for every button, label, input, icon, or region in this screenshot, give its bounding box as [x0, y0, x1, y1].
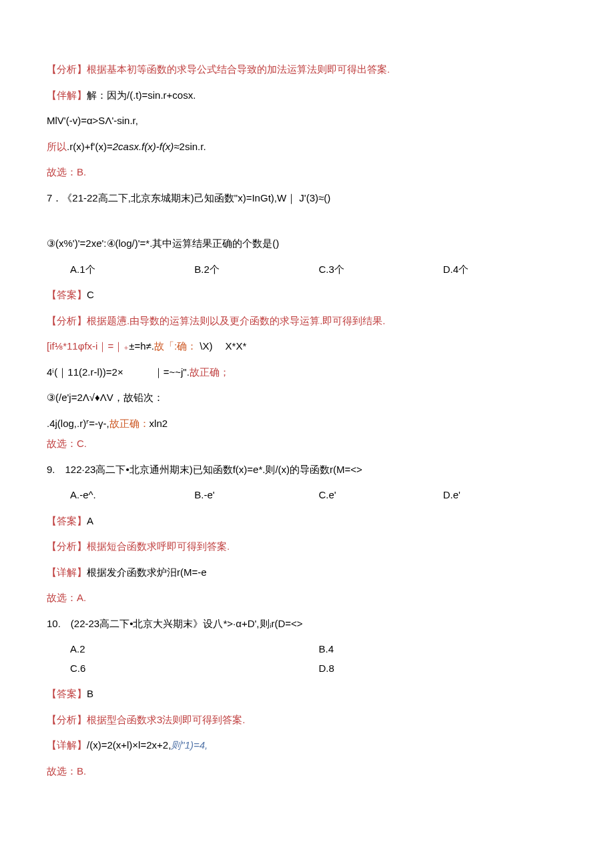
prefix: 所以	[47, 141, 67, 152]
black-part: 4ⁱ(｜11(2.r-l))=2× ｜=~~j".	[47, 366, 190, 378]
math-line-12: ③(/e'j=2Λ√♦ΛV，故铅次：	[47, 388, 567, 408]
math-line-13: .4j(log,.r)ʳ=-γ-,故正确：xln2	[47, 414, 567, 434]
math-line-7: ③(x%')'=2xe':④(log/)'=*.其中运算结果正确的个数是()	[47, 234, 567, 254]
suffix: ≈2sin.r.	[174, 141, 206, 152]
options-10: A.2 B.4 C.6 D.8	[47, 640, 567, 678]
math-line-3: MlV'(-v)=α>SΛ'-sin.r,	[47, 111, 567, 131]
analysis-label: 【分析】	[47, 63, 87, 75]
option-a: A.-e^.	[70, 486, 194, 505]
analysis-label: 【分析】	[47, 315, 87, 326]
options-8: A.1个 B.2个 C.3个 D.4个	[47, 260, 567, 280]
answer: B.	[77, 765, 86, 777]
analysis-label: 【分析】	[47, 540, 87, 552]
red-part: [if⅛*11φfx-i｜=｜₊	[47, 340, 129, 352]
analysis-8: 【分析】根据题懑.由导数的运算法则以及更介函数的求导运算.即可得到结果.	[47, 312, 567, 331]
answer-value: C	[87, 289, 94, 300]
answer-label: 【答案】	[47, 688, 87, 699]
math-line-4: 所以.r(x)+f'(x)=2casx.f(x)-f(x)≈2sin.r.	[47, 137, 567, 157]
question-10: 10. (22-23高二下•北京大兴期末》设八*>·α+D',则ᵢr(D=<>	[47, 614, 567, 634]
question-7: 7．《21-22高二下,北京东城期末)己知函数"x)=InGt),W｜ J'(3…	[47, 189, 567, 208]
solution-expr: /(.t)=sin.r+cosx.	[127, 89, 196, 101]
conclusion-10: 故选：B.	[47, 762, 567, 781]
detail-label: 【详解】	[47, 739, 87, 751]
text: .r(x)+f'(x)=	[67, 141, 113, 152]
option-c: C.e'	[319, 486, 443, 505]
option-a: A.1个	[70, 260, 194, 280]
rest: \X) X*X*	[197, 340, 246, 352]
answer: C.	[77, 438, 87, 449]
answer: A.	[77, 592, 86, 603]
answer-value: A	[87, 515, 93, 526]
question-9: 9. 122·23高二下•北京通州期末)已知函数f(x)=e*.则/(x)的导函…	[47, 460, 567, 480]
answer-10: 【答案】B	[47, 685, 567, 704]
option-a: A.2	[70, 640, 319, 659]
answer-label: 【答案】	[47, 515, 87, 526]
option-c: C.6	[70, 659, 319, 679]
orange-part: 故「:确：	[154, 340, 197, 352]
italic-expr: 2casx.f(x)-f(x)	[113, 141, 174, 152]
analysis-text: 根据型合函数求3法则即可得到答案.	[87, 714, 246, 725]
option-d: D.e'	[443, 486, 567, 505]
rest: xln2	[149, 418, 168, 429]
solution-label: 【伴解】	[47, 89, 87, 101]
analysis-text: 根据基本初等函数的求导公式结合导致的加法运算法则即可得出答案.	[87, 63, 390, 75]
detail-text: /(x)=2(x+l)×l=2x+2,	[87, 739, 171, 751]
answer-value: B	[87, 688, 93, 699]
option-d: D.8	[319, 659, 568, 679]
prefix: 故选：	[47, 166, 77, 177]
analysis-text: 根据题懑.由导数的运算法则以及更介函数的求导运算.即可得到结果.	[87, 315, 386, 326]
answer: B.	[77, 166, 86, 177]
black-part: .4j(log,.r)ʳ=-γ-,	[47, 418, 109, 429]
conclusion-8: 故选：C.	[47, 434, 567, 454]
answer-9: 【答案】A	[47, 512, 567, 531]
prefix: 故选：	[47, 765, 77, 777]
math-line-11: 4ⁱ(｜11(2.r-l))=2× ｜=~~j".故正确；	[47, 363, 567, 382]
options-9: A.-e^. B.-e' C.e' D.e'	[47, 486, 567, 505]
solution-text: 解：因为	[87, 89, 127, 101]
detail-9: 【详解】根据发介函数求炉汨r(M=-e	[47, 563, 567, 582]
solution-line: 【伴解】解：因为/(.t)=sin.r+cosx.	[47, 86, 567, 105]
orange-part: 故正确：	[109, 418, 149, 429]
analysis-label: 【分析】	[47, 714, 87, 725]
detail-10: 【详解】/(x)=2(x+l)×l=2x+2,则"1)=4,	[47, 736, 567, 755]
conclusion-9: 故选：A.	[47, 588, 567, 608]
analysis-9: 【分析】根据短合函数求呼即可得到答案.	[47, 537, 567, 556]
option-b: B.-e'	[194, 486, 318, 505]
red-part: 故正确；	[190, 366, 230, 378]
answer-label: 【答案】	[47, 289, 87, 300]
analysis-10: 【分析】根据型合函数求3法则即可得到答案.	[47, 711, 567, 730]
prefix: 故选：	[47, 438, 77, 449]
conclusion-6: 故选：B.	[47, 163, 567, 182]
option-d: D.4个	[443, 260, 567, 280]
option-b: B.2个	[194, 260, 318, 280]
option-c: C.3个	[319, 260, 443, 280]
detail-label: 【详解】	[47, 566, 87, 578]
option-b: B.4	[319, 640, 568, 659]
detail-text: 根据发介函数求炉汨r(M=-e	[87, 566, 207, 578]
answer-8: 【答案】C	[47, 286, 567, 305]
analysis-text: 根据短合函数求呼即可得到答案.	[87, 540, 230, 552]
black-part: ±=h≠.	[129, 340, 154, 352]
prefix: 故选：	[47, 592, 77, 603]
math-line-10: [if⅛*11φfx-i｜=｜₊±=h≠.故「:确： \X) X*X*	[47, 337, 567, 356]
analysis-line: 【分析】根据基本初等函数的求导公式结合导致的加法运算法则即可得出答案.	[47, 60, 567, 79]
italic-part: 则"1)=4,	[171, 739, 208, 751]
